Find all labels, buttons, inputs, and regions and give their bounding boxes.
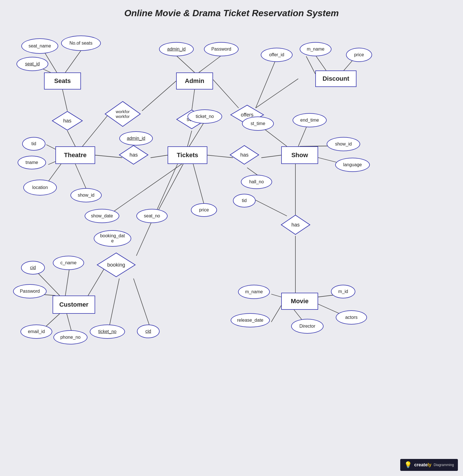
svg-line-10 [187, 131, 192, 146]
svg-line-4 [67, 131, 75, 146]
diagram-container: Online Movie & Drama Ticket Reservation … [0, 0, 463, 476]
svg-line-16 [256, 55, 278, 108]
svg-line-26 [261, 155, 281, 158]
attr-email-id: email_id [20, 325, 52, 339]
attr-price-discount: price [346, 48, 372, 62]
attr-price-ticket: price [191, 203, 217, 217]
relationship-workfor: workfor workfor [105, 101, 141, 127]
attr-cid-customer: cid [21, 261, 45, 275]
svg-line-7 [177, 56, 195, 72]
svg-line-46 [134, 278, 150, 326]
svg-line-40 [105, 164, 182, 217]
svg-line-8 [199, 56, 220, 72]
attr-seat-name: seat_name [21, 38, 58, 54]
attr-end-time: end_time [293, 113, 327, 127]
entity-admin: Admin [176, 72, 213, 90]
entity-theatre: Theatre [55, 146, 95, 164]
svg-line-14 [316, 56, 326, 70]
diagramming-label: Diagramming [434, 463, 454, 467]
svg-line-23 [75, 164, 87, 190]
attr-offer-id: offer_id [261, 48, 293, 62]
attr-language: language [335, 158, 370, 172]
svg-line-25 [207, 155, 233, 158]
connector-lines [0, 0, 463, 476]
svg-line-1 [65, 51, 81, 72]
attr-show-id-show: show_id [327, 137, 360, 151]
creately-label: creately [414, 462, 431, 467]
attr-show-id-theatre: show_id [70, 188, 102, 202]
bulb-icon: 💡 [404, 461, 412, 469]
entity-tickets: Tickets [168, 146, 207, 164]
attr-tid-theatre: tid [22, 137, 45, 151]
svg-line-13 [306, 56, 315, 74]
attr-location: location [23, 180, 57, 196]
entity-customer: Customer [53, 296, 95, 314]
relationship-has-show: has [230, 145, 259, 165]
svg-line-37 [271, 305, 281, 322]
svg-line-45 [109, 278, 119, 326]
svg-line-12 [256, 79, 298, 108]
attr-actors: actors [336, 310, 367, 325]
attr-cid-booking: cid [137, 325, 160, 338]
attr-m-id: m_id [331, 285, 355, 298]
attr-admin-id-top: admin_id [159, 42, 194, 56]
attr-booking-date: booking_dat e [94, 230, 131, 247]
entity-movie: Movie [281, 293, 318, 310]
relationship-has-movie: has [281, 215, 310, 235]
svg-line-9 [192, 90, 195, 111]
attr-seat-no: seat_no [136, 209, 168, 223]
attr-hall-no: hall_no [241, 175, 272, 189]
attr-st-time: st_time [242, 117, 274, 131]
attr-password-customer: Password [13, 284, 47, 298]
svg-line-20 [95, 155, 122, 158]
attr-seat-id: seat_id [16, 57, 48, 71]
relationship-has-seats: has [52, 111, 83, 131]
attr-m-name-movie: m_name [238, 285, 270, 299]
attr-director: Director [291, 319, 324, 334]
attr-show-date: show_date [85, 209, 119, 223]
entity-show: Show [281, 146, 318, 164]
attr-ticket-no-show: ticket_no [187, 109, 222, 124]
svg-line-6 [142, 81, 176, 111]
attr-no-of-seats: No.of seats [61, 36, 101, 51]
svg-line-11 [213, 80, 239, 108]
relationship-has-theatre: has [119, 145, 149, 165]
attr-password-admin: Password [204, 42, 239, 56]
attr-tname: tname [18, 156, 46, 169]
attr-m-name-discount: m_name [300, 42, 331, 56]
relationship-booking: booking [97, 252, 136, 277]
svg-line-35 [271, 294, 281, 297]
entity-discount: Discount [315, 70, 356, 87]
attr-admin-id-rel: admin_id [119, 131, 153, 145]
svg-line-3 [62, 90, 67, 111]
attr-tid-show: tid [233, 194, 256, 207]
entity-seats: Seats [44, 72, 81, 90]
attr-c-name: c_name [53, 256, 84, 270]
attr-phone-no: phone_no [53, 330, 87, 344]
svg-line-22 [151, 155, 168, 158]
attr-release-date: release_date [231, 313, 270, 327]
attr-ticket-no-booking: ticket_no [90, 325, 125, 339]
creately-badge: 💡 creately Diagramming [400, 459, 458, 471]
